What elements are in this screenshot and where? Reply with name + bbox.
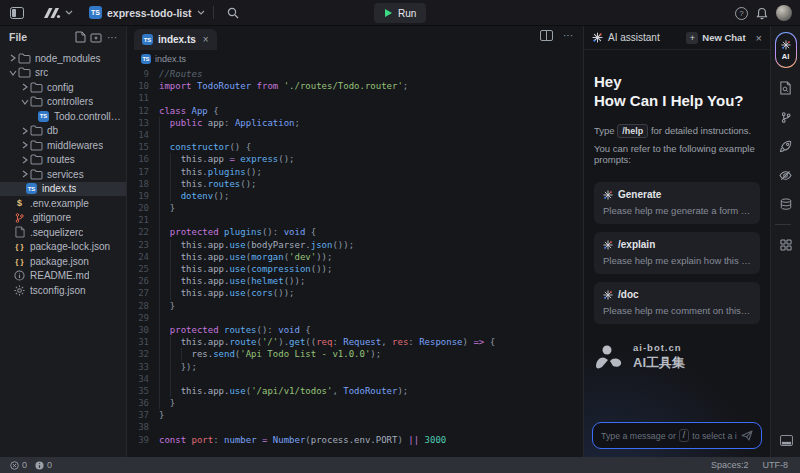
- line-number[interactable]: 20: [127, 202, 159, 214]
- tree-item-readme-md[interactable]: README.md: [0, 269, 126, 284]
- tree-item-todo-controller-ts[interactable]: TSTodo.controller.ts: [0, 109, 126, 124]
- line-number[interactable]: 30: [127, 324, 159, 336]
- tree-item-label: README.md: [30, 270, 89, 281]
- chevron-right-icon[interactable]: [20, 156, 30, 164]
- line-number[interactable]: 39: [127, 434, 159, 446]
- line-number[interactable]: 19: [127, 190, 159, 202]
- line-number[interactable]: 31: [127, 336, 159, 348]
- new-file-icon[interactable]: [72, 29, 88, 45]
- eye-off-icon[interactable]: [775, 166, 797, 184]
- send-icon[interactable]: [741, 430, 753, 441]
- line-number[interactable]: 15: [127, 141, 159, 153]
- chevron-down-icon: [197, 10, 205, 15]
- tree-item-src[interactable]: src: [0, 66, 126, 81]
- chevron-right-icon[interactable]: [20, 170, 30, 178]
- encoding-setting[interactable]: UTF-8: [763, 460, 789, 470]
- problems-summary[interactable]: 0 0: [0, 460, 52, 470]
- tree-item--gitignore[interactable]: .gitignore: [0, 211, 126, 226]
- line-number[interactable]: 27: [127, 287, 159, 299]
- run-button[interactable]: Run: [374, 3, 426, 23]
- prompt-title: Generate: [618, 189, 661, 200]
- chat-input[interactable]: Type a message or / to select a instruct…: [592, 422, 762, 449]
- tab-index-ts[interactable]: TS index.ts ×: [134, 29, 217, 50]
- rocket-icon[interactable]: [775, 137, 797, 155]
- breadcrumb[interactable]: TS index.ts: [127, 50, 583, 67]
- line-number[interactable]: 23: [127, 239, 159, 251]
- line-number[interactable]: 18: [127, 178, 159, 190]
- close-icon[interactable]: ×: [756, 32, 762, 44]
- chevron-right-icon[interactable]: [20, 83, 30, 91]
- warning-count[interactable]: 0: [35, 460, 52, 470]
- database-icon[interactable]: [775, 195, 797, 213]
- bell-icon[interactable]: [756, 7, 768, 20]
- tree-item-label: package.json: [30, 256, 89, 267]
- line-number[interactable]: 36: [127, 397, 159, 409]
- panel-bottom-icon[interactable]: [775, 431, 797, 449]
- line-number[interactable]: 11: [127, 92, 159, 104]
- error-count[interactable]: 0: [10, 460, 27, 470]
- line-number[interactable]: 10: [127, 80, 159, 92]
- line-number[interactable]: 29: [127, 312, 159, 324]
- code-line-26: 26this.app.use(helmet());: [127, 275, 583, 287]
- line-number[interactable]: 21: [127, 214, 159, 226]
- line-number[interactable]: 35: [127, 385, 159, 397]
- tree-item-db[interactable]: db: [0, 124, 126, 139]
- tree-item-config[interactable]: config: [0, 80, 126, 95]
- tree-item-middlewares[interactable]: middlewares: [0, 138, 126, 153]
- ai-panel-toggle[interactable]: AI: [775, 32, 797, 68]
- project-switcher[interactable]: TS express-todo-list: [89, 6, 205, 19]
- line-number[interactable]: 33: [127, 361, 159, 373]
- chevron-down-icon[interactable]: [20, 99, 30, 105]
- help-icon[interactable]: ?: [735, 7, 748, 20]
- tree-item-package-lock-json[interactable]: { }package-lock.json: [0, 240, 126, 255]
- line-number[interactable]: 22: [127, 226, 159, 238]
- search-icon[interactable]: [222, 3, 244, 23]
- prompt-card-generate[interactable]: GeneratePlease help me generate a form c…: [594, 182, 760, 224]
- git-branch-icon[interactable]: [775, 108, 797, 126]
- tree-item-package-json[interactable]: { }package.json: [0, 254, 126, 269]
- chevron-right-icon[interactable]: [8, 54, 18, 62]
- avatar[interactable]: [776, 5, 792, 21]
- line-number[interactable]: 12: [127, 105, 159, 117]
- line-number[interactable]: 24: [127, 251, 159, 263]
- tree-item-tsconfig-json[interactable]: tsconfig.json: [0, 283, 126, 298]
- prompt-card-doc[interactable]: /docPlease help me comment on this code.: [594, 282, 760, 324]
- line-number[interactable]: 17: [127, 166, 159, 178]
- editor-more-icon[interactable]: ···: [563, 30, 573, 41]
- tree-item-routes[interactable]: routes: [0, 153, 126, 168]
- line-number[interactable]: 26: [127, 275, 159, 287]
- line-number[interactable]: 13: [127, 117, 159, 129]
- line-number[interactable]: 32: [127, 348, 159, 360]
- tree-item-index-ts[interactable]: TSindex.ts: [0, 182, 126, 197]
- split-editor-icon[interactable]: [540, 30, 553, 41]
- code-line-21: 21: [127, 214, 583, 226]
- code-area[interactable]: 9//Routes10import TodoRouter from './rou…: [127, 68, 583, 457]
- line-number[interactable]: 14: [127, 129, 159, 141]
- tree-item-node-modules[interactable]: node_modules: [0, 51, 126, 66]
- line-number[interactable]: 37: [127, 409, 159, 421]
- tree-item--env-example[interactable]: $.env.example: [0, 196, 126, 211]
- tree-item-services[interactable]: services: [0, 167, 126, 182]
- line-number[interactable]: 9: [127, 68, 159, 80]
- indentation-setting[interactable]: Spaces:2: [711, 460, 749, 470]
- folder-icon: [18, 67, 31, 78]
- new-chat-button[interactable]: + New Chat: [686, 32, 745, 44]
- new-folder-icon[interactable]: [88, 29, 104, 45]
- line-number[interactable]: 34: [127, 373, 159, 385]
- tab-close-icon[interactable]: ×: [203, 34, 209, 45]
- sidebar-toggle-icon[interactable]: [6, 3, 28, 23]
- chevron-right-icon[interactable]: [20, 127, 30, 135]
- tree-item--sequelizerc[interactable]: .sequelizerc: [0, 225, 126, 240]
- explorer-more-icon[interactable]: ···: [104, 29, 120, 45]
- file-search-icon[interactable]: [775, 79, 797, 97]
- line-number[interactable]: 16: [127, 153, 159, 165]
- tree-item-controllers[interactable]: controllers: [0, 95, 126, 110]
- chevron-down-icon[interactable]: [8, 70, 18, 76]
- line-number[interactable]: 25: [127, 263, 159, 275]
- line-number[interactable]: 28: [127, 300, 159, 312]
- app-logo[interactable]: [40, 7, 73, 19]
- grid-icon[interactable]: [775, 236, 797, 254]
- chevron-right-icon[interactable]: [20, 141, 30, 149]
- prompt-card-explain[interactable]: /explainPlease help me explain how this …: [594, 232, 760, 274]
- line-number[interactable]: 38: [127, 421, 159, 433]
